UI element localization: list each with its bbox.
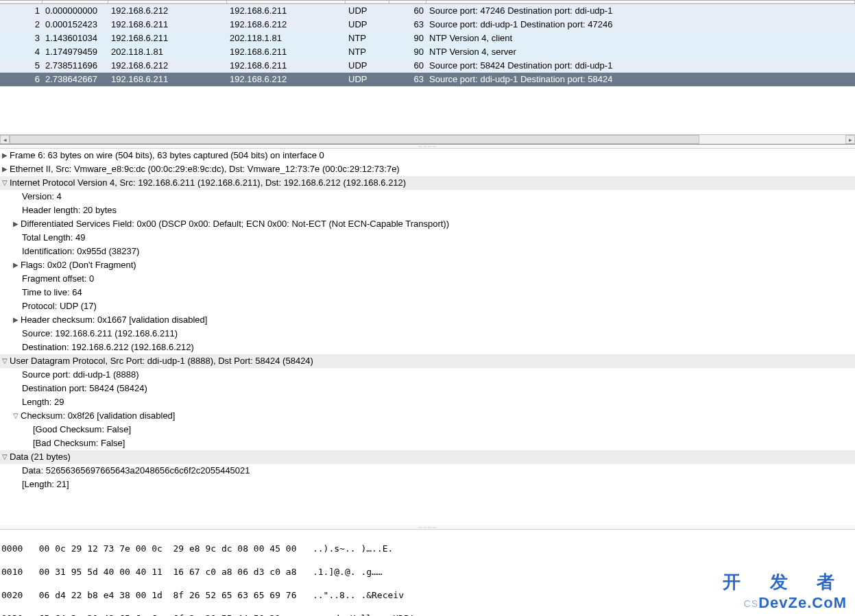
packet-row[interactable]: 20.000152423192.168.6.211192.168.6.212UD… bbox=[0, 18, 855, 32]
packet-cell-src: 192.168.6.211 bbox=[108, 18, 227, 32]
col-header-proto[interactable] bbox=[346, 1, 389, 3]
packet-cell-dst: 192.168.6.211 bbox=[227, 4, 346, 18]
tree-ip-summary[interactable]: ▽ Internet Protocol Version 4, Src: 192.… bbox=[0, 176, 855, 190]
hex-line[interactable]: 0030 65 64 3a 20 48 65 6c 6c 6f 2c 20 55… bbox=[1, 613, 415, 616]
tree-leaf: [Length: 21] bbox=[22, 478, 69, 491]
packet-cell-proto: UDP bbox=[346, 73, 389, 86]
packet-cell-src: 192.168.6.211 bbox=[108, 73, 227, 86]
scroll-left-button[interactable]: ◂ bbox=[0, 135, 10, 144]
scroll-track[interactable] bbox=[10, 135, 845, 144]
tree-ip-total-length[interactable]: Total Length: 49 bbox=[0, 231, 855, 245]
tree-data-text: Data (21 bytes) bbox=[10, 450, 71, 464]
tree-leaf: Destination port: 58424 (58424) bbox=[22, 382, 147, 395]
col-header-no[interactable] bbox=[0, 1, 43, 3]
packet-cell-src: 192.168.6.211 bbox=[108, 32, 227, 45]
tree-leaf: Destination: 192.168.6.212 (192.168.6.21… bbox=[22, 341, 194, 354]
disclosure-down-icon[interactable]: ▽ bbox=[0, 450, 10, 464]
scroll-thumb[interactable] bbox=[10, 135, 699, 144]
packet-cell-src: 192.168.6.212 bbox=[108, 4, 227, 18]
tree-udp-dest-port[interactable]: Destination port: 58424 (58424) bbox=[0, 382, 855, 395]
packet-cell-src: 192.168.6.212 bbox=[108, 59, 227, 73]
tree-ip-text: Internet Protocol Version 4, Src: 192.16… bbox=[10, 176, 406, 190]
tree-udp-length[interactable]: Length: 29 bbox=[0, 395, 855, 409]
col-header-len[interactable] bbox=[389, 1, 426, 3]
tree-udp-checksum[interactable]: ▽ Checksum: 0x8f26 [validation disabled] bbox=[0, 409, 855, 423]
disclosure-right-icon[interactable]: ▶ bbox=[11, 217, 21, 231]
packet-row[interactable]: 62.738642667192.168.6.211192.168.6.212UD… bbox=[0, 73, 855, 86]
packet-cell-proto: UDP bbox=[346, 59, 389, 73]
tree-leaf: Protocol: UDP (17) bbox=[22, 299, 97, 313]
tree-eth-summary[interactable]: ▶ Ethernet II, Src: Vmware_e8:9c:dc (00:… bbox=[0, 162, 855, 176]
col-header-src[interactable] bbox=[108, 1, 227, 3]
col-header-info[interactable] bbox=[426, 1, 855, 3]
disclosure-down-icon[interactable]: ▽ bbox=[0, 176, 10, 190]
tree-ip-dscp[interactable]: ▶ Differentiated Services Field: 0x00 (D… bbox=[0, 217, 855, 231]
tree-ip-header-checksum[interactable]: ▶ Header checksum: 0x1667 [validation di… bbox=[0, 313, 855, 327]
tree-udp-good-checksum[interactable]: [Good Checksum: False] bbox=[0, 423, 855, 436]
tree-frame-summary[interactable]: ▶ Frame 6: 63 bytes on wire (504 bits), … bbox=[0, 149, 855, 162]
tree-ip-header-length[interactable]: Header length: 20 bytes bbox=[0, 204, 855, 217]
tree-leaf: Fragment offset: 0 bbox=[22, 272, 94, 286]
packet-cell-info: NTP Version 4, client bbox=[426, 32, 855, 45]
tree-leaf: Header checksum: 0x1667 [validation disa… bbox=[21, 313, 207, 327]
packet-cell-len: 60 bbox=[389, 59, 426, 73]
packet-cell-time: 0.000000000 bbox=[43, 4, 108, 18]
tree-leaf: [Good Checksum: False] bbox=[33, 423, 131, 436]
packet-cell-src: 202.118.1.81 bbox=[108, 45, 227, 59]
packet-row[interactable]: 41.174979459202.118.1.81192.168.6.211NTP… bbox=[0, 45, 855, 59]
packet-cell-dst: 192.168.6.212 bbox=[227, 18, 346, 32]
packet-row[interactable]: 31.143601034192.168.6.211202.118.1.81NTP… bbox=[0, 32, 855, 45]
tree-leaf: Identification: 0x955d (38237) bbox=[22, 245, 139, 258]
disclosure-right-icon[interactable]: ▶ bbox=[0, 162, 10, 176]
hex-line[interactable]: 0020 06 d4 22 b8 e4 38 00 1d 8f 26 52 65… bbox=[1, 590, 404, 600]
tree-ip-version[interactable]: Version: 4 bbox=[0, 190, 855, 204]
packet-row[interactable]: 52.738511696192.168.6.212192.168.6.211UD… bbox=[0, 59, 855, 73]
tree-udp-bad-checksum[interactable]: [Bad Checksum: False] bbox=[0, 436, 855, 450]
packet-list-hscrollbar[interactable]: ◂ ▸ bbox=[0, 134, 855, 144]
col-header-dst[interactable] bbox=[227, 1, 346, 3]
packet-cell-info: NTP Version 4, server bbox=[426, 45, 855, 59]
disclosure-right-icon[interactable]: ▶ bbox=[0, 149, 10, 162]
tree-leaf: Version: 4 bbox=[22, 190, 62, 204]
packet-cell-dst: 192.168.6.211 bbox=[227, 59, 346, 73]
tree-leaf: Total Length: 49 bbox=[22, 231, 86, 245]
tree-data-bytes[interactable]: Data: 52656365697665643a2048656c6c6f2c20… bbox=[0, 464, 855, 478]
hex-line[interactable]: 0000 00 0c 29 12 73 7e 00 0c 29 e8 9c dc… bbox=[1, 543, 393, 554]
tree-ip-destination[interactable]: Destination: 192.168.6.212 (192.168.6.21… bbox=[0, 341, 855, 354]
packet-cell-time: 1.174979459 bbox=[43, 45, 108, 59]
tree-ip-protocol[interactable]: Protocol: UDP (17) bbox=[0, 299, 855, 313]
tree-ip-identification[interactable]: Identification: 0x955d (38237) bbox=[0, 245, 855, 258]
disclosure-right-icon[interactable]: ▶ bbox=[11, 313, 21, 327]
tree-leaf: Header length: 20 bytes bbox=[22, 204, 117, 217]
packet-cell-info: Source port: ddi-udp-1 Destination port:… bbox=[426, 18, 855, 32]
packet-cell-proto: UDP bbox=[346, 18, 389, 32]
packet-cell-proto: UDP bbox=[346, 4, 389, 18]
disclosure-down-icon[interactable]: ▽ bbox=[0, 354, 10, 368]
packet-row[interactable]: 10.000000000192.168.6.212192.168.6.211UD… bbox=[0, 4, 855, 18]
tree-leaf: Differentiated Services Field: 0x00 (DSC… bbox=[21, 217, 449, 231]
disclosure-right-icon[interactable]: ▶ bbox=[11, 258, 21, 272]
hex-line[interactable]: 0010 00 31 95 5d 40 00 40 11 16 67 c0 a8… bbox=[1, 567, 383, 577]
packet-cell-len: 60 bbox=[389, 4, 426, 18]
packet-cell-proto: NTP bbox=[346, 32, 389, 45]
scroll-right-button[interactable]: ▸ bbox=[845, 135, 855, 144]
packet-details-pane[interactable]: ▶ Frame 6: 63 bytes on wire (504 bits), … bbox=[0, 149, 855, 526]
packet-cell-info: Source port: ddi-udp-1 Destination port:… bbox=[426, 73, 855, 86]
disclosure-down-icon[interactable]: ▽ bbox=[11, 409, 21, 423]
tree-ip-fragment-offset[interactable]: Fragment offset: 0 bbox=[0, 272, 855, 286]
packet-cell-no: 5 bbox=[0, 59, 43, 73]
col-header-time[interactable] bbox=[43, 1, 108, 3]
tree-leaf: Source: 192.168.6.211 (192.168.6.211) bbox=[22, 327, 178, 341]
tree-ip-ttl[interactable]: Time to live: 64 bbox=[0, 286, 855, 299]
tree-leaf: [Bad Checksum: False] bbox=[33, 436, 125, 450]
packet-bytes-pane[interactable]: 0000 00 0c 29 12 73 7e 00 0c 29 e8 9c dc… bbox=[0, 530, 855, 616]
tree-ip-source[interactable]: Source: 192.168.6.211 (192.168.6.211) bbox=[0, 327, 855, 341]
tree-data-length[interactable]: [Length: 21] bbox=[0, 478, 855, 491]
tree-udp-summary[interactable]: ▽ User Datagram Protocol, Src Port: ddi-… bbox=[0, 354, 855, 368]
tree-ip-flags[interactable]: ▶ Flags: 0x02 (Don't Fragment) bbox=[0, 258, 855, 272]
packet-list[interactable]: 10.000000000192.168.6.212192.168.6.211UD… bbox=[0, 4, 855, 86]
packet-cell-len: 90 bbox=[389, 45, 426, 59]
tree-udp-source-port[interactable]: Source port: ddi-udp-1 (8888) bbox=[0, 368, 855, 382]
tree-data-summary[interactable]: ▽ Data (21 bytes) bbox=[0, 450, 855, 464]
packet-cell-dst: 202.118.1.81 bbox=[227, 32, 346, 45]
